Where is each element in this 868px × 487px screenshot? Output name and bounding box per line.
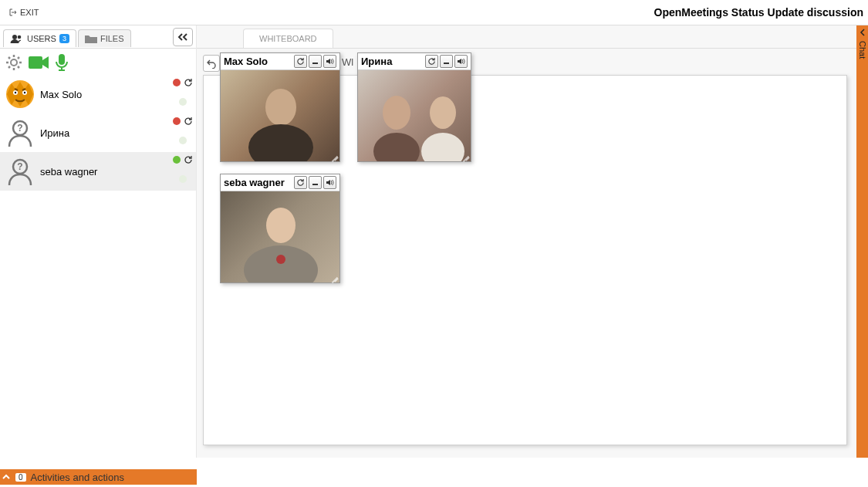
svg-point-21 <box>421 133 464 161</box>
activities-label: Activities and actions <box>31 472 124 483</box>
undo-icon <box>206 58 217 69</box>
video-tile-seba-wagner[interactable]: seba wagner <box>220 174 340 283</box>
user-name-label: Max Solo <box>40 89 82 100</box>
minimize-icon <box>311 178 319 187</box>
whiteboard-tabs: WHITEBOARD <box>197 25 856 49</box>
chat-label: Chat <box>858 41 867 59</box>
user-item-irina[interactable]: ? Ирина <box>0 113 196 152</box>
user-name-label: Ирина <box>40 127 69 139</box>
undo-button[interactable] <box>203 55 220 72</box>
video-name: Ирина <box>361 56 425 67</box>
video-header[interactable]: seba wagner <box>221 174 339 191</box>
video-volume-button[interactable] <box>454 55 468 68</box>
refresh-icon[interactable] <box>184 155 193 164</box>
svg-point-18 <box>383 96 410 130</box>
svg-point-15 <box>265 89 296 126</box>
resize-grip[interactable] <box>329 150 339 161</box>
status-dot-secondary <box>179 98 187 106</box>
svg-point-16 <box>248 124 313 161</box>
svg-point-20 <box>430 96 456 129</box>
video-minimize-button[interactable] <box>440 55 453 68</box>
chevron-left-icon <box>859 29 866 36</box>
video-name: Max Solo <box>224 56 294 67</box>
status-dot-secondary <box>179 137 187 144</box>
svg-point-19 <box>373 133 420 161</box>
svg-point-8 <box>15 92 16 93</box>
camera-icon[interactable] <box>28 54 49 71</box>
user-item-seba-wagner[interactable]: ? seba wagner <box>0 152 196 191</box>
minimize-icon <box>442 57 451 66</box>
avatar <box>5 79 35 110</box>
video-minimize-button[interactable] <box>309 55 322 68</box>
resize-grip[interactable] <box>329 272 339 282</box>
video-minimize-button[interactable] <box>309 176 322 189</box>
svg-point-23 <box>266 208 296 243</box>
refresh-icon <box>296 57 305 66</box>
svg-point-25 <box>276 255 285 264</box>
video-refresh-button[interactable] <box>294 55 307 68</box>
video-stream <box>221 191 339 282</box>
user-status <box>173 78 193 106</box>
exit-label: EXIT <box>20 8 39 17</box>
video-volume-button[interactable] <box>323 55 336 68</box>
user-item-max-solo[interactable]: Max Solo <box>0 75 196 113</box>
video-refresh-button[interactable] <box>425 55 438 68</box>
av-controls <box>0 49 196 75</box>
tab-whiteboard[interactable]: WHITEBOARD <box>243 29 333 48</box>
status-dot <box>173 79 181 86</box>
svg-rect-14 <box>312 63 318 64</box>
minimize-icon <box>311 57 319 66</box>
folder-icon <box>85 34 97 43</box>
whiteboard-toolbar <box>203 55 220 72</box>
activities-count: 0 <box>15 473 26 482</box>
speaker-icon <box>457 57 465 66</box>
chat-panel-toggle[interactable]: Chat <box>856 25 868 458</box>
svg-point-2 <box>11 59 17 66</box>
refresh-icon <box>427 57 436 66</box>
tab-users-label: USERS <box>27 34 56 43</box>
svg-point-0 <box>12 35 17 39</box>
refresh-icon[interactable] <box>184 117 193 126</box>
tab-users[interactable]: USERS 3 <box>3 29 76 47</box>
refresh-icon[interactable] <box>184 78 193 87</box>
svg-text:?: ? <box>17 161 22 172</box>
left-panel: USERS 3 FILES Max Solo <box>0 25 197 458</box>
video-volume-button[interactable] <box>323 176 336 189</box>
collapse-sidebar-button[interactable] <box>173 28 193 46</box>
resize-grip[interactable] <box>460 150 471 161</box>
tab-files[interactable]: FILES <box>78 29 131 47</box>
gear-icon[interactable] <box>5 53 23 72</box>
video-header[interactable]: Ирина <box>358 53 471 70</box>
avatar: ? <box>5 117 35 148</box>
speaker-icon <box>326 178 334 187</box>
user-name-label: seba wagner <box>40 166 97 178</box>
user-status <box>173 117 193 144</box>
room-title: OpenMeetings Status Update discussion <box>654 6 864 19</box>
top-bar: EXIT OpenMeetings Status Update discussi… <box>0 0 868 25</box>
speaker-icon <box>326 57 334 66</box>
main-area: USERS 3 FILES Max Solo <box>0 25 868 458</box>
svg-rect-4 <box>59 54 65 65</box>
video-tile-max-solo[interactable]: Max Solo <box>220 52 340 162</box>
video-header[interactable]: Max Solo <box>221 53 339 70</box>
svg-rect-22 <box>312 184 318 185</box>
avatar: ? <box>5 156 35 187</box>
svg-rect-3 <box>29 56 42 69</box>
activities-bar[interactable]: 0 Activities and actions <box>0 469 197 485</box>
refresh-icon <box>296 178 305 187</box>
video-stream <box>358 70 471 161</box>
svg-point-9 <box>24 92 25 93</box>
video-name: seba wagner <box>224 177 294 188</box>
video-tile-irina[interactable]: Ирина <box>357 52 471 162</box>
status-dot <box>173 156 181 164</box>
mic-icon[interactable] <box>54 53 69 72</box>
whiteboard-label-fragment: Wl <box>342 56 353 68</box>
chevron-up-icon <box>2 472 11 482</box>
video-refresh-button[interactable] <box>294 176 307 189</box>
exit-button[interactable]: EXIT <box>5 5 43 20</box>
users-count-badge: 3 <box>59 34 69 43</box>
svg-text:?: ? <box>17 123 22 134</box>
svg-rect-17 <box>444 63 449 64</box>
status-dot-secondary <box>179 175 187 183</box>
center-area: WHITEBOARD Wl Max Solo <box>197 25 856 458</box>
